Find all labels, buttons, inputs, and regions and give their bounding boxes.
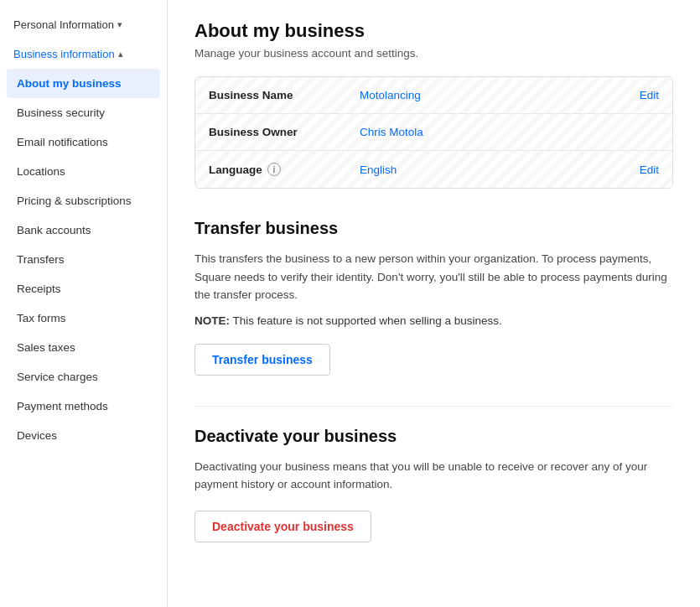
sidebar-item-email-notifications[interactable]: Email notifications (0, 127, 167, 157)
transfer-note-prefix: NOTE: (194, 314, 230, 327)
row-value-2: English (346, 152, 626, 188)
table-row: Business OwnerChris Motola (195, 114, 672, 151)
personal-info-header[interactable]: Personal Information ▾ (0, 10, 167, 39)
sidebar: Personal Information ▾ Business informat… (0, 0, 168, 607)
sidebar-item-bank-accounts[interactable]: Bank accounts (0, 215, 167, 245)
deactivate-section: Deactivate your business Deactivating yo… (194, 427, 673, 542)
page-title: About my business (194, 20, 673, 42)
sidebar-item-business-security[interactable]: Business security (0, 98, 167, 127)
business-info-label: Business information (13, 48, 115, 60)
row-edit-2[interactable]: Edit (626, 152, 672, 188)
transfer-description: This transfers the business to a new per… (194, 250, 673, 304)
table-row: LanguageiEnglishEdit (195, 151, 672, 188)
deactivate-description: Deactivating your business means that yo… (194, 458, 673, 494)
main-content: About my business Manage your business a… (168, 0, 700, 607)
sidebar-item-receipts[interactable]: Receipts (0, 274, 167, 304)
row-value-0: Motolancing (346, 77, 626, 113)
table-row: Business NameMotolancingEdit (195, 77, 672, 114)
page-subtitle: Manage your business account and setting… (194, 47, 673, 60)
row-label-0: Business Name (195, 77, 346, 113)
sidebar-item-transfers[interactable]: Transfers (0, 245, 167, 274)
business-info-chevron: ▴ (118, 49, 123, 60)
business-info-header[interactable]: Business information ▴ (0, 39, 167, 69)
section-divider (194, 406, 673, 407)
sidebar-item-payment-methods[interactable]: Payment methods (0, 392, 167, 421)
transfer-note: NOTE: This feature is not supported when… (194, 314, 673, 327)
sidebar-item-about-my-business[interactable]: About my business (7, 69, 160, 98)
transfer-business-button[interactable]: Transfer business (194, 344, 330, 376)
sidebar-item-sales-taxes[interactable]: Sales taxes (0, 333, 167, 362)
deactivate-title: Deactivate your business (194, 427, 673, 446)
row-label-2: Languagei (195, 151, 346, 188)
info-icon: i (267, 163, 281, 176)
sidebar-item-locations[interactable]: Locations (0, 157, 167, 186)
transfer-note-text: This feature is not supported when selli… (230, 314, 502, 327)
sidebar-item-tax-forms[interactable]: Tax forms (0, 304, 167, 333)
row-label-1: Business Owner (195, 114, 346, 150)
deactivate-business-button[interactable]: Deactivate your business (194, 511, 371, 542)
row-value-1: Chris Motola (346, 114, 672, 150)
sidebar-item-devices[interactable]: Devices (0, 421, 167, 450)
transfer-title: Transfer business (194, 219, 673, 238)
business-info-table: Business NameMotolancingEditBusiness Own… (194, 76, 673, 189)
personal-info-chevron: ▾ (117, 19, 122, 30)
row-edit-0[interactable]: Edit (626, 77, 672, 113)
personal-info-label: Personal Information (13, 18, 114, 31)
transfer-section: Transfer business This transfers the bus… (194, 219, 673, 376)
sidebar-item-pricing-subscriptions[interactable]: Pricing & subscriptions (0, 186, 167, 215)
sidebar-item-service-charges[interactable]: Service charges (0, 362, 167, 392)
